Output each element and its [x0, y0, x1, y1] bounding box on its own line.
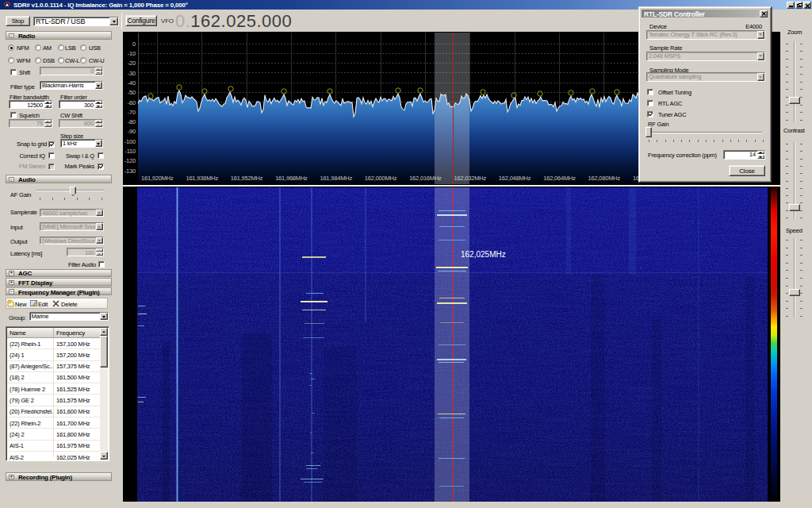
- svg-text:161,920MHz: 161,920MHz: [141, 175, 174, 182]
- svg-text:-80: -80: [128, 118, 136, 125]
- svg-text:161,952MHz: 161,952MHz: [231, 175, 263, 182]
- svg-text:0: 0: [132, 40, 136, 48]
- svg-text:161,968MHz: 161,968MHz: [275, 175, 308, 182]
- svg-text:-70: -70: [128, 109, 136, 116]
- svg-text:-10: -10: [128, 50, 136, 57]
- svg-text:161,984MHz: 161,984MHz: [320, 175, 352, 182]
- svg-text:162,000MHz: 162,000MHz: [365, 175, 397, 182]
- svg-text:162,048MHz: 162,048MHz: [499, 175, 531, 182]
- svg-text:162,064MHz: 162,064MHz: [543, 175, 576, 182]
- svg-text:-90: -90: [128, 128, 136, 135]
- svg-text:162,080MHz: 162,080MHz: [588, 175, 621, 182]
- svg-text:-60: -60: [128, 99, 136, 106]
- svg-text:-30: -30: [128, 70, 136, 77]
- svg-text:-120: -120: [124, 157, 136, 164]
- svg-text:-20: -20: [128, 60, 136, 67]
- svg-text:-50: -50: [128, 89, 136, 96]
- svg-text:-130: -130: [124, 167, 136, 175]
- svg-text:-100: -100: [124, 138, 136, 145]
- svg-text:-110: -110: [124, 148, 136, 155]
- svg-text:161,936MHz: 161,936MHz: [186, 175, 218, 182]
- svg-text:-40: -40: [128, 79, 136, 87]
